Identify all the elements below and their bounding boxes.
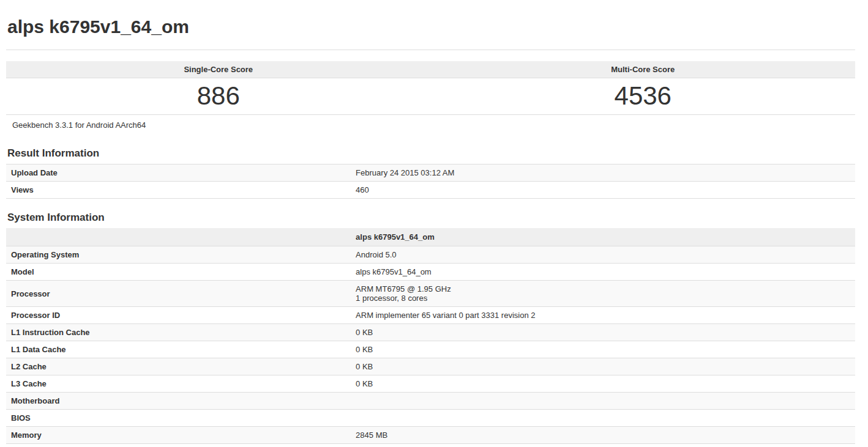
row-value: 0 KB xyxy=(351,324,855,341)
row-value: alps k6795v1_64_om xyxy=(351,264,855,281)
row-value-line: 0 KB xyxy=(356,345,850,354)
system-information-heading: System Information xyxy=(7,212,855,224)
table-row: Motherboard xyxy=(6,393,855,410)
multi-core-score-value: 4536 xyxy=(431,78,856,115)
row-value-line: 0 KB xyxy=(356,328,850,337)
row-label: Upload Date xyxy=(6,164,351,182)
row-label: BIOS xyxy=(6,410,351,427)
table-row: L1 Data Cache0 KB xyxy=(6,341,855,358)
row-value-line: 1 processor, 8 cores xyxy=(356,294,850,303)
system-information-table: alps k6795v1_64_om Operating SystemAndro… xyxy=(6,228,855,444)
row-label: L2 Cache xyxy=(6,358,351,375)
row-label: Motherboard xyxy=(6,393,351,410)
system-information-device-name: alps k6795v1_64_om xyxy=(351,228,855,246)
row-value xyxy=(351,410,855,427)
system-information-header-row: alps k6795v1_64_om xyxy=(6,228,855,246)
row-value-line: 2845 MB xyxy=(356,430,850,440)
row-value: 2845 MB xyxy=(351,427,855,444)
single-core-score-value: 886 xyxy=(6,78,431,115)
table-row: BIOS xyxy=(6,410,855,427)
row-value: 0 KB xyxy=(351,375,855,393)
row-label: Memory xyxy=(6,427,351,444)
row-value-line: 0 KB xyxy=(356,362,850,371)
row-label: Operating System xyxy=(6,246,351,264)
row-value xyxy=(351,393,855,410)
content-container: alps k6795v1_64_om Single-Core Score Mul… xyxy=(6,17,855,444)
single-core-score-header: Single-Core Score xyxy=(6,61,431,78)
table-row: L1 Instruction Cache0 KB xyxy=(6,324,855,341)
table-row: Upload DateFebruary 24 2015 03:12 AM xyxy=(6,164,855,182)
scores-header-row: Single-Core Score Multi-Core Score xyxy=(6,61,855,78)
table-row: Processor IDARM implementer 65 variant 0… xyxy=(6,307,855,324)
result-information-heading: Result Information xyxy=(7,147,855,160)
row-value: 0 KB xyxy=(351,341,855,358)
row-value-line xyxy=(356,396,850,405)
table-row: Modelalps k6795v1_64_om xyxy=(6,264,855,281)
table-row: ProcessorARM MT6795 @ 1.95 GHz1 processo… xyxy=(6,281,855,307)
table-row: L2 Cache0 KB xyxy=(6,358,855,375)
row-value: ARM implementer 65 variant 0 part 3331 r… xyxy=(351,307,855,324)
row-value-line: Android 5.0 xyxy=(356,250,850,259)
title-divider xyxy=(6,50,855,50)
row-value-line: ARM implementer 65 variant 0 part 3331 r… xyxy=(356,311,850,320)
row-value-line: alps k6795v1_64_om xyxy=(356,267,850,276)
row-label: Model xyxy=(6,264,351,281)
row-label: Processor xyxy=(6,281,351,307)
row-value: February 24 2015 03:12 AM xyxy=(351,164,855,182)
row-label: Views xyxy=(6,182,351,199)
table-row: Operating SystemAndroid 5.0 xyxy=(6,246,855,264)
table-row: Memory2845 MB xyxy=(6,427,855,444)
row-value-line: February 24 2015 03:12 AM xyxy=(356,168,850,177)
multi-core-score-header: Multi-Core Score xyxy=(431,61,856,78)
row-value-line: 0 KB xyxy=(356,379,850,388)
row-value: ARM MT6795 @ 1.95 GHz1 processor, 8 core… xyxy=(351,281,855,307)
scores-table: Single-Core Score Multi-Core Score 886 4… xyxy=(6,61,855,115)
row-label: L1 Data Cache xyxy=(6,341,351,358)
system-information-header-spacer xyxy=(6,228,351,246)
row-label: L3 Cache xyxy=(6,375,351,393)
row-value: Android 5.0 xyxy=(351,246,855,264)
row-value-line xyxy=(356,413,850,423)
result-information-table: Upload DateFebruary 24 2015 03:12 AMView… xyxy=(6,164,855,199)
row-label: Processor ID xyxy=(6,307,351,324)
scores-value-row: 886 4536 xyxy=(6,78,855,115)
table-row: L3 Cache0 KB xyxy=(6,375,855,393)
page-title: alps k6795v1_64_om xyxy=(7,17,855,37)
row-label: L1 Instruction Cache xyxy=(6,324,351,341)
geekbench-result-page: alps k6795v1_64_om Single-Core Score Mul… xyxy=(0,0,868,447)
row-value-line: 460 xyxy=(356,185,850,194)
row-value-line: ARM MT6795 @ 1.95 GHz xyxy=(356,284,850,294)
row-value: 460 xyxy=(351,182,855,199)
row-value: 0 KB xyxy=(351,358,855,375)
benchmark-version-note: Geekbench 3.3.1 for Android AArch64 xyxy=(6,115,855,130)
table-row: Views460 xyxy=(6,182,855,199)
